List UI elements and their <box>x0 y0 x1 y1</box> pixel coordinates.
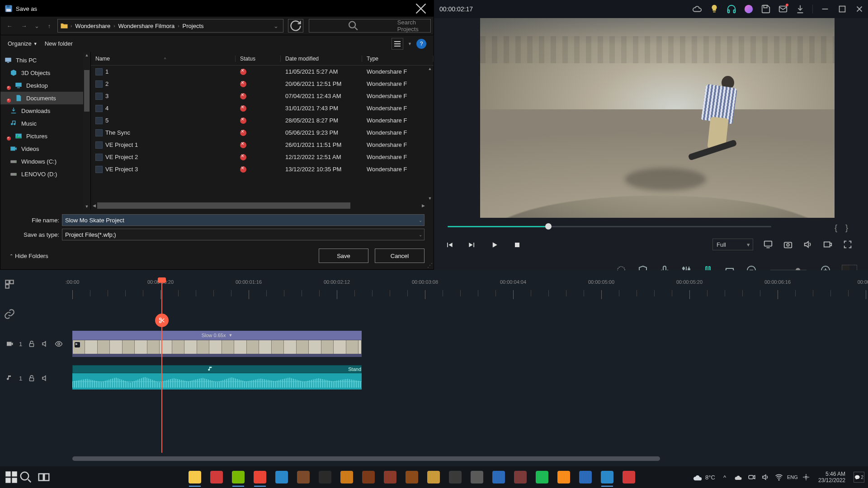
lightbulb-icon[interactable] <box>709 4 719 14</box>
clock[interactable]: 5:46 AM 23/12/2022 <box>818 471 845 484</box>
taskbar-app-6[interactable] <box>316 469 334 486</box>
mark-out-icon[interactable]: } <box>845 223 848 233</box>
nearby-share-icon[interactable] <box>802 473 810 481</box>
nav-item-downloads[interactable]: Downloads <box>0 104 90 117</box>
nav-item-lenovo-d-[interactable]: LENOVO (D:) <box>0 168 90 180</box>
file-row[interactable]: VE Project 212/12/2022 12:51 AMWondersha… <box>91 151 434 163</box>
col-date[interactable]: Date modified <box>281 56 362 62</box>
files-hscroll-right[interactable]: ▶ <box>420 202 426 209</box>
resize-grip[interactable]: ⋰ <box>427 262 433 268</box>
file-row[interactable]: 220/06/2021 12:51 PMWondershare F <box>91 78 434 90</box>
save-icon[interactable] <box>761 4 771 14</box>
taskbar-app-8[interactable] <box>360 469 377 486</box>
meet-now-icon[interactable] <box>748 473 756 481</box>
cloud-icon[interactable] <box>692 4 702 14</box>
breadcrumb-2[interactable]: Projects <box>181 23 205 29</box>
taskbar-app-16[interactable] <box>533 469 551 486</box>
taskbar-app-13[interactable] <box>468 469 486 486</box>
save-button[interactable]: Save <box>319 249 368 263</box>
view-options-button[interactable] <box>392 38 403 50</box>
avatar-icon[interactable] <box>744 4 754 14</box>
close-dialog-button[interactable] <box>412 0 430 17</box>
eye-icon[interactable] <box>55 340 63 348</box>
tray-chevron-icon[interactable]: ^ <box>721 473 729 481</box>
taskbar-app-14[interactable] <box>490 469 507 486</box>
file-row[interactable]: VE Project 313/12/2022 10:35 PMWondersha… <box>91 163 434 175</box>
file-row[interactable]: 111/05/2021 5:27 AMWondershare F <box>91 66 434 78</box>
taskbar-app-18[interactable] <box>577 469 594 486</box>
files-hscroll-thumb[interactable] <box>97 202 350 209</box>
headphones-icon[interactable] <box>726 4 736 14</box>
col-status[interactable]: Status <box>236 56 281 62</box>
minimize-icon[interactable] <box>820 4 830 14</box>
nav-scroll-down[interactable]: ▼ <box>84 203 90 210</box>
taskbar-app-7[interactable] <box>338 469 355 486</box>
media-panel-button[interactable] <box>4 278 15 290</box>
link-button[interactable] <box>4 308 15 320</box>
nav-item-windows-c-[interactable]: Windows (C:) <box>0 155 90 168</box>
tray-volume-icon[interactable] <box>761 473 769 481</box>
save-type-select[interactable]: Project Files(*.wfp;)⌄ <box>62 229 425 240</box>
new-folder-button[interactable]: New folder <box>45 40 73 47</box>
up-button[interactable]: ↑ <box>43 19 56 32</box>
timeline-scroll-thumb[interactable] <box>72 456 660 461</box>
nav-scroll-thumb[interactable] <box>84 70 90 112</box>
taskbar-app-19[interactable] <box>599 469 616 486</box>
nav-item-desktop[interactable]: Desktop <box>0 79 90 92</box>
fullscreen-icon[interactable] <box>843 239 853 249</box>
nav-item-music[interactable]: Music <box>0 117 90 130</box>
file-row[interactable]: 307/04/2021 12:43 AMWondershare F <box>91 90 434 102</box>
nav-item-this-pc[interactable]: This PC <box>0 54 90 66</box>
mail-icon[interactable] <box>778 4 788 14</box>
quality-select[interactable]: Full <box>712 239 753 250</box>
hide-folders-button[interactable]: ⌃Hide Folders <box>9 253 48 259</box>
organize-button[interactable]: Organize▼ <box>8 40 38 47</box>
files-scroll-up[interactable]: ▲ <box>427 66 433 72</box>
snapshot-icon[interactable] <box>783 239 793 249</box>
lock-audio-icon[interactable] <box>28 374 36 382</box>
taskbar-app-17[interactable] <box>555 469 572 486</box>
nav-scroll-up[interactable]: ▲ <box>84 52 90 58</box>
taskbar-app-20[interactable] <box>620 469 637 486</box>
split-button[interactable] <box>155 314 169 327</box>
file-row[interactable]: 431/01/2021 7:43 PMWondershare F <box>91 102 434 114</box>
files-scroll-down[interactable]: ▼ <box>427 195 433 202</box>
mute-video-icon[interactable] <box>41 340 49 348</box>
col-type[interactable]: Type <box>362 56 434 62</box>
progress-knob[interactable] <box>545 223 552 230</box>
lock-icon[interactable] <box>28 340 36 348</box>
taskbar-app-2[interactable] <box>230 469 247 486</box>
recent-dropdown[interactable]: ⌄ <box>32 19 41 32</box>
notification-button[interactable]: 💬2 <box>854 472 864 483</box>
monitor-icon[interactable] <box>763 239 773 249</box>
mute-audio-icon[interactable] <box>41 374 49 382</box>
col-name[interactable]: Name <box>95 56 110 62</box>
nav-item-pictures[interactable]: Pictures <box>0 130 90 142</box>
back-button[interactable]: ← <box>3 19 16 32</box>
playhead[interactable] <box>161 278 162 453</box>
download-icon[interactable] <box>795 4 805 14</box>
mark-in-icon[interactable]: { <box>835 223 837 233</box>
view-dropdown[interactable]: ▼ <box>408 42 412 46</box>
taskbar-app-12[interactable] <box>447 469 464 486</box>
files-hscroll-left[interactable]: ◀ <box>91 202 97 209</box>
taskbar-app-10[interactable] <box>403 469 420 486</box>
taskbar-app-0[interactable] <box>186 469 203 486</box>
onedrive-icon[interactable] <box>734 473 742 481</box>
nav-item-videos[interactable]: Videos <box>0 142 90 155</box>
wifi-icon[interactable] <box>775 473 783 481</box>
close-app-icon[interactable] <box>854 4 864 14</box>
taskbar-app-3[interactable] <box>251 469 269 486</box>
play-button[interactable] <box>490 240 499 249</box>
path-dropdown[interactable]: ⌄ <box>271 23 281 29</box>
nav-item-3d-objects[interactable]: 3D Objects <box>0 66 90 79</box>
file-name-input[interactable]: Slow Mo Skate Project⌄ <box>62 214 425 226</box>
breadcrumb-1[interactable]: Wondershare Filmora <box>117 23 176 29</box>
taskbar-app-4[interactable] <box>273 469 290 486</box>
breadcrumb-0[interactable]: Wondershare <box>74 23 112 29</box>
cancel-button[interactable]: Cancel <box>375 249 425 263</box>
taskbar-app-11[interactable] <box>425 469 442 486</box>
taskbar-app-9[interactable] <box>382 469 399 486</box>
start-button[interactable] <box>4 469 19 485</box>
forward-button[interactable]: → <box>18 19 30 32</box>
